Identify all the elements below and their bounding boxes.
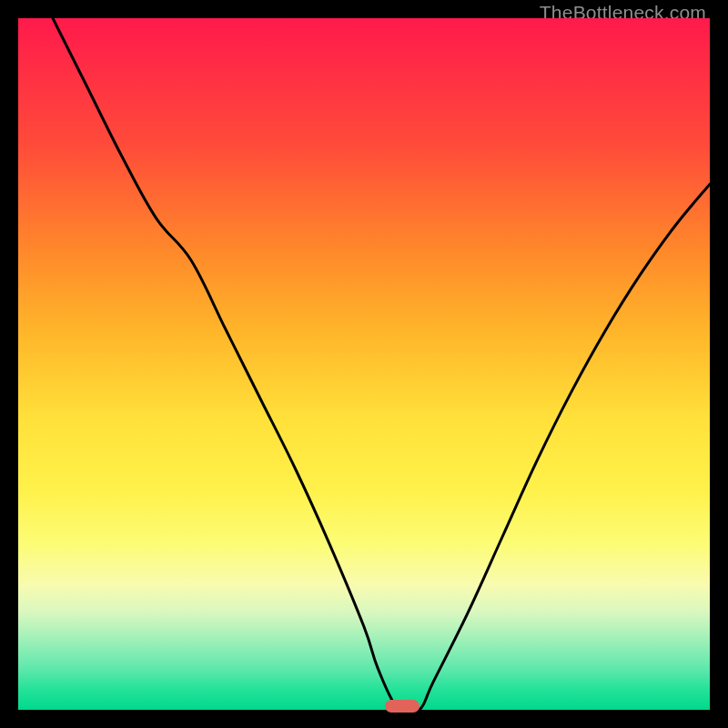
bottleneck-curve-path [53, 18, 710, 710]
chart-frame: TheBottleneck.com [0, 0, 728, 728]
minimum-marker [385, 700, 420, 713]
plot-area [18, 18, 710, 710]
curve-svg [18, 18, 710, 710]
